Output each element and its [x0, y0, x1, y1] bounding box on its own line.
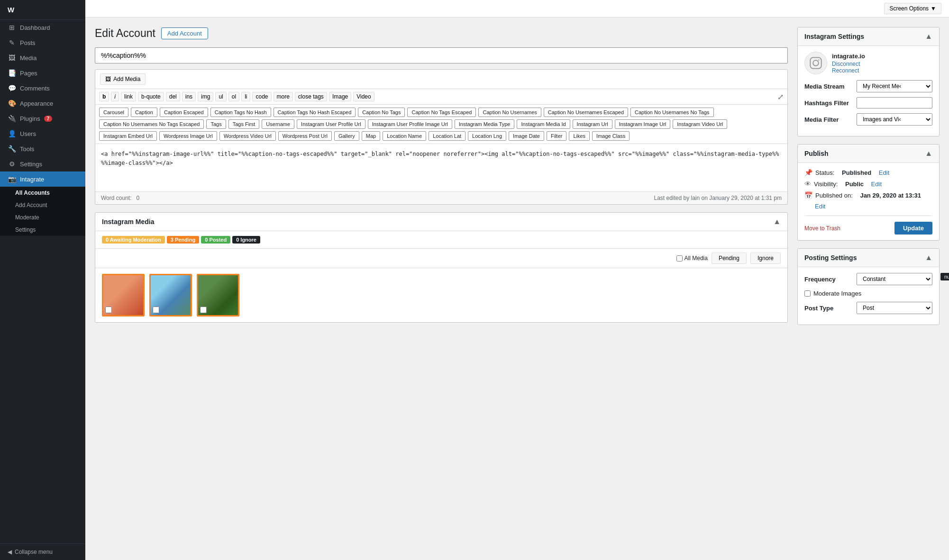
screen-options-button[interactable]: Screen Options ▼ — [884, 3, 941, 14]
format-ins[interactable]: ins — [182, 92, 196, 101]
sidebar-item-users[interactable]: 👤 Users — [0, 126, 85, 141]
tag-instagram-url[interactable]: Instagram Url — [573, 119, 612, 129]
tag-caption-no-usernames-no-tags[interactable]: Caption No Usernames No Tags — [630, 108, 714, 117]
tag-instagram-video-url[interactable]: Instagram Video Url — [673, 119, 727, 129]
format-li[interactable]: li — [241, 92, 250, 101]
tag-caption[interactable]: Caption — [131, 108, 157, 117]
sidebar-item-plugins[interactable]: 🔌 Plugins 7 — [0, 111, 85, 126]
tag-caption-no-usernames-no-tags-escaped[interactable]: Caption No Usernames No Tags Escaped — [99, 119, 204, 129]
media-filter-row: Media Filter Images and Vi‹ — [804, 113, 932, 126]
sidebar-item-media[interactable]: 🖼 Media — [0, 50, 85, 65]
format-del[interactable]: del — [166, 92, 180, 101]
tag-map[interactable]: Map — [362, 131, 380, 141]
submenu-moderate[interactable]: Moderate — [0, 211, 85, 224]
submenu-add-account[interactable]: Add Account — [0, 199, 85, 211]
thumb-checkbox-1[interactable] — [105, 307, 112, 313]
thumb-checkbox-2[interactable] — [153, 307, 159, 313]
format-code[interactable]: code — [252, 92, 271, 101]
disconnect-link[interactable]: Disconnect — [832, 61, 865, 67]
tag-instagram-image-url[interactable]: Instagram Image Url — [615, 119, 671, 129]
sidebar-item-tools[interactable]: 🔧 Tools — [0, 141, 85, 156]
tag-instagram-media-type[interactable]: Instagram Media Type — [455, 119, 515, 129]
format-video[interactable]: Video — [353, 92, 374, 101]
media-thumb-1[interactable] — [102, 274, 145, 316]
tag-caption-escaped[interactable]: Caption Escaped — [160, 108, 208, 117]
tag-image-class[interactable]: Image Class — [592, 131, 630, 141]
media-filter-select[interactable]: Images and Vi‹ — [857, 113, 932, 126]
submenu-all-accounts[interactable]: All Accounts — [0, 187, 85, 199]
sidebar-item-pages[interactable]: 📑 Pages — [0, 65, 85, 81]
hashtags-filter-input[interactable] — [857, 97, 932, 108]
format-ul[interactable]: ul — [215, 92, 226, 101]
expand-button[interactable]: ⤢ — [777, 92, 784, 101]
tag-location-name[interactable]: Location Name — [383, 131, 426, 141]
sidebar-item-dashboard[interactable]: ⊞ Dashboard — [0, 20, 85, 35]
ignore-button[interactable]: Ignore — [750, 253, 781, 264]
format-bquote[interactable]: b-quote — [138, 92, 164, 101]
update-button[interactable]: Update — [894, 222, 932, 235]
format-image[interactable]: Image — [329, 92, 351, 101]
editor-content[interactable]: <a href="%%instagram-image-url%%" title=… — [95, 144, 787, 191]
post-type-select[interactable]: Post — [857, 302, 932, 314]
publish-toggle[interactable]: ▲ — [925, 149, 932, 158]
add-media-button[interactable]: 🖼 Add Media — [100, 73, 146, 85]
tag-instagram-user-profile-url[interactable]: Instagram User Profile Url — [297, 119, 365, 129]
tag-location-lat[interactable]: Location Lat — [429, 131, 465, 141]
caption-input[interactable] — [95, 47, 788, 63]
sidebar-item-settings[interactable]: ⚙ Settings — [0, 156, 85, 172]
instagram-settings-toggle[interactable]: ▲ — [925, 32, 932, 41]
tag-gallery[interactable]: Gallery — [334, 131, 359, 141]
format-close-tags[interactable]: close tags — [295, 92, 327, 101]
reconnect-link[interactable]: Reconnect — [832, 67, 865, 74]
tag-caption-no-usernames[interactable]: Caption No Usernames — [478, 108, 541, 117]
tag-wordpress-image-url[interactable]: Wordpress Image Url — [159, 131, 217, 141]
format-link[interactable]: link — [121, 92, 136, 101]
tag-image-date[interactable]: Image Date — [509, 131, 544, 141]
sidebar-item-intagrate[interactable]: 📷 Intagrate — [0, 172, 85, 187]
tag-caption-no-usernames-escaped[interactable]: Caption No Usernames Escaped — [544, 108, 628, 117]
tag-tags-first[interactable]: Tags First — [228, 119, 260, 129]
collapse-menu-button[interactable]: ◀ Collapse menu — [0, 543, 85, 560]
all-media-check[interactable]: All Media — [676, 255, 708, 262]
published-edit-link[interactable]: Edit — [815, 203, 825, 210]
tag-instagram-embed-url[interactable]: Instagram Embed Url — [99, 131, 157, 141]
format-b[interactable]: b — [99, 92, 109, 101]
tag-location-lng[interactable]: Location Lng — [468, 131, 506, 141]
thumb-checkbox-3[interactable] — [200, 307, 207, 313]
tag-likes[interactable]: Likes — [569, 131, 590, 141]
tag-instagram-user-profile-image-url[interactable]: Instagram User Profile Image Url — [368, 119, 452, 129]
moderate-images-checkbox[interactable] — [804, 290, 811, 297]
tag-instagram-media-id[interactable]: Instagram Media Id — [517, 119, 570, 129]
media-thumb-2[interactable] — [149, 274, 192, 316]
pending-button[interactable]: Pending — [712, 253, 747, 264]
sidebar-item-appearance[interactable]: 🎨 Appearance — [0, 96, 85, 111]
add-account-button[interactable]: Add Account — [161, 27, 208, 39]
format-ol[interactable]: ol — [228, 92, 239, 101]
media-thumb-3[interactable] — [197, 274, 239, 316]
tag-caption-tags-no-hash[interactable]: Caption Tags No Hash — [210, 108, 271, 117]
move-to-trash-link[interactable]: Move to Trash — [804, 225, 840, 232]
all-media-checkbox[interactable] — [676, 255, 683, 262]
tag-caption-no-tags[interactable]: Caption No Tags — [358, 108, 405, 117]
status-edit-link[interactable]: Edit — [879, 169, 889, 176]
format-more[interactable]: more — [274, 92, 293, 101]
sidebar-item-comments[interactable]: 💬 Comments — [0, 81, 85, 96]
instagram-media-collapse[interactable]: ▲ — [773, 217, 781, 226]
tag-caption-no-tags-escaped[interactable]: Caption No Tags Escaped — [407, 108, 476, 117]
visibility-edit-link[interactable]: Edit — [871, 181, 882, 188]
tag-carousel[interactable]: Carousel — [99, 108, 128, 117]
published-row: 📅 Published on: Jan 29, 2020 at 13:31 — [804, 191, 932, 199]
tag-caption-tags-no-hash-escaped[interactable]: Caption Tags No Hash Escaped — [274, 108, 356, 117]
format-img[interactable]: img — [198, 92, 213, 101]
tag-tags[interactable]: Tags — [206, 119, 226, 129]
tag-wordpress-video-url[interactable]: Wordpress Video Url — [219, 131, 276, 141]
tag-filter[interactable]: Filter — [547, 131, 566, 141]
format-i[interactable]: i — [111, 92, 119, 101]
submenu-settings[interactable]: Settings — [0, 224, 85, 236]
media-stream-select[interactable]: My Recent Me‹ — [857, 80, 932, 92]
frequency-select[interactable]: Constant — [857, 273, 932, 285]
sidebar-item-posts[interactable]: ✎ Posts — [0, 35, 85, 50]
tag-username[interactable]: Username — [262, 119, 294, 129]
tag-wordpress-post-url[interactable]: Wordpress Post Url — [278, 131, 332, 141]
posting-settings-toggle[interactable]: ▲ — [925, 253, 932, 262]
